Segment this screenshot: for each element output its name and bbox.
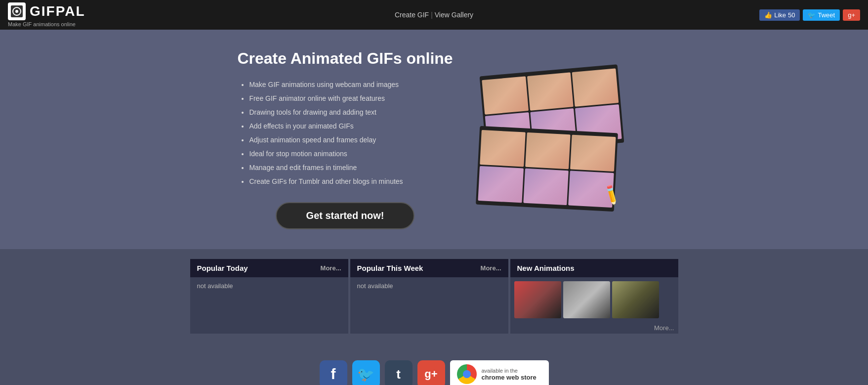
popular-week-body: not available [350,277,508,317]
twitter-bird-icon: 🐦 [357,366,374,383]
popular-section: Popular Today More... not available Popu… [0,249,868,348]
popular-week-title: Popular This Week [357,264,423,272]
film-cell-11 [523,169,569,206]
social-buttons: 👍 Like 50 🐦 Tweet g+ [759,9,860,21]
popular-today-header: Popular Today More... [190,259,348,277]
hero-section: Create Animated GIFs online Make GIF ani… [0,30,868,249]
feature-item: Create GIFs for Tumblr and other blogs i… [249,174,453,188]
film-cell-1 [482,76,528,114]
gplus-social-icon[interactable]: g+ [417,360,445,385]
hero-title: Create Animated GIFs online [237,49,453,68]
film-cell-3 [572,68,619,106]
tw-bird-icon: 🐦 [808,11,816,19]
hero-features: Make GIF animations using webcam and ima… [237,78,453,188]
popular-today-title: Popular Today [197,264,248,272]
feature-item: Ideal for stop motion animations [249,147,453,161]
new-animations-header: New Animations [510,259,678,277]
new-animations-block: New Animations More... [510,259,678,334]
hero-content: Create Animated GIFs online Make GIF ani… [237,49,453,229]
chrome-logo-icon [457,364,477,384]
twitter-tweet-button[interactable]: 🐦 Tweet [803,9,840,21]
animation-thumb-1[interactable] [514,281,561,318]
film-strip-bottom [476,126,618,212]
nav-gallery[interactable]: View Gallery [435,11,473,19]
gplus-button[interactable]: g+ [843,9,860,21]
nav-links: Create GIF | View Gallery [395,11,473,19]
chrome-store-badge[interactable]: available in the chrome web store [450,360,549,385]
fb-like-count: 50 [788,11,795,19]
popular-today-more[interactable]: More... [321,264,341,272]
popular-today-block: Popular Today More... not available [190,259,348,334]
film-cell-10 [478,166,523,203]
chrome-available-text: available in the [482,368,537,374]
feature-item: Free GIF animator online with great feat… [249,91,453,105]
feature-item: Make GIF animations using webcam and ima… [249,78,453,91]
tumblr-social-icon[interactable]: t [385,360,413,385]
chrome-store-text: available in the chrome web store [482,368,537,381]
new-animations-title: New Animations [517,264,575,272]
feature-item: Manage and edit frames in timeline [249,161,453,174]
nav-separator: | [431,11,433,19]
twitter-social-icon[interactable]: 🐦 [352,360,380,385]
popular-today-body: not available [190,277,348,317]
hero-image: ✏️ [473,70,631,209]
feature-item: Add effects in your animated GIFs [249,119,453,133]
popular-week-more[interactable]: More... [481,264,501,272]
animation-thumb-2[interactable] [563,281,610,318]
logo-subtitle: Make GIF animations online [8,21,85,27]
chrome-store-name: chrome web store [482,374,537,381]
film-cell-8 [525,132,570,170]
logo-title: GIFPAL [8,2,85,20]
svg-point-2 [15,10,18,13]
new-animations-more[interactable]: More... [510,322,678,334]
facebook-like-button[interactable]: 👍 Like 50 [759,9,800,21]
facebook-f-icon: f [331,366,336,383]
new-animations-more-link[interactable]: More... [654,324,674,332]
tumblr-t-icon: t [396,367,401,382]
popular-today-status: not available [197,282,233,290]
fb-thumb-icon: 👍 [764,11,772,19]
new-animations-images [510,277,678,322]
nav-create[interactable]: Create GIF [395,11,429,19]
gplus-g-icon: g+ [424,368,437,381]
tw-label: Tweet [818,11,835,19]
popular-week-block: Popular This Week More... not available [350,259,508,334]
facebook-social-icon[interactable]: f [320,360,347,385]
logo-icon [8,2,26,20]
animation-thumb-3[interactable] [612,281,659,318]
get-started-button[interactable]: Get started now! [276,202,415,229]
social-footer: f 🐦 t g+ available in the chrome web sto… [0,348,868,385]
film-cell-9 [570,135,616,172]
logo-text: GIFPAL [30,3,85,19]
logo-area: GIFPAL Make GIF animations online [8,2,85,27]
popular-week-header: Popular This Week More... [350,259,508,277]
header: GIFPAL Make GIF animations online Create… [0,0,868,30]
fb-like-label: Like [774,11,786,19]
film-cell-2 [527,72,573,110]
popular-week-status: not available [357,282,393,290]
gplus-label: g+ [848,11,855,19]
feature-item: Adjust animation speed and frames delay [249,133,453,147]
feature-item: Drawing tools for drawing and adding tex… [249,105,453,119]
film-cell-7 [480,130,525,167]
